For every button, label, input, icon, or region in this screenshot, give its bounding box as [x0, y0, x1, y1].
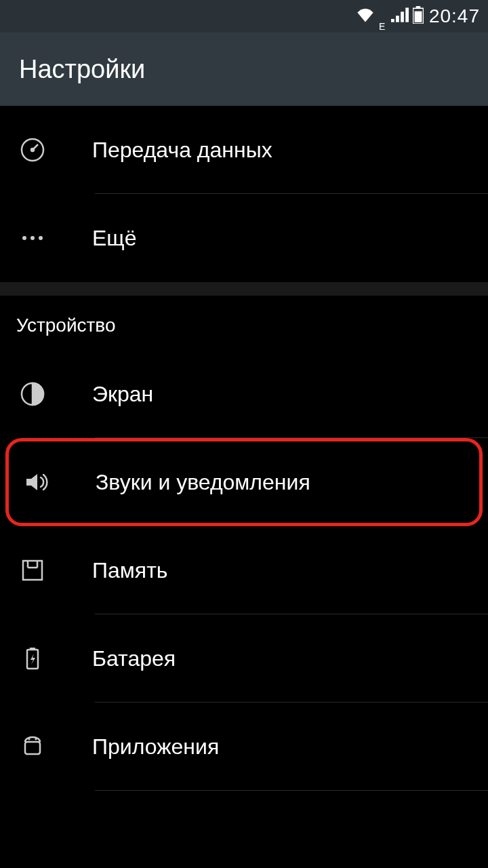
svg-rect-0	[391, 19, 394, 22]
settings-label: Батарея	[68, 646, 469, 671]
data-usage-icon	[19, 136, 68, 163]
svg-rect-2	[401, 12, 404, 22]
svg-rect-19	[30, 648, 35, 650]
section-header-device: Устройство	[0, 296, 488, 350]
svg-rect-14	[23, 561, 42, 580]
svg-rect-20	[25, 742, 40, 754]
settings-item-display[interactable]: Экран	[0, 350, 488, 438]
page-title: Настройки	[19, 55, 145, 84]
svg-point-10	[22, 236, 26, 240]
settings-item-sound[interactable]: Звуки и уведомления	[5, 438, 483, 526]
status-time: 20:47	[429, 5, 480, 27]
svg-rect-1	[396, 16, 399, 22]
battery-icon	[19, 645, 68, 672]
svg-point-9	[31, 149, 34, 151]
settings-label: Память	[68, 558, 469, 583]
settings-list: Передача данных Ещё Устройство Экран	[0, 106, 488, 791]
settings-item-storage[interactable]: Память	[0, 526, 488, 614]
wifi-icon	[356, 7, 375, 25]
svg-point-12	[39, 236, 43, 240]
divider	[95, 790, 488, 791]
svg-point-11	[30, 236, 35, 240]
app-bar: Настройки	[0, 33, 488, 106]
signal-icon	[391, 7, 409, 25]
settings-label: Экран	[68, 382, 469, 407]
svg-rect-3	[405, 7, 409, 22]
sound-icon	[22, 469, 71, 496]
svg-point-21	[28, 738, 30, 741]
settings-label: Ещё	[68, 226, 469, 251]
more-icon	[19, 224, 68, 252]
settings-label: Звуки и уведомления	[71, 470, 466, 495]
settings-item-battery[interactable]: Батарея	[0, 614, 488, 703]
settings-item-data-usage[interactable]: Передача данных	[0, 106, 488, 194]
display-icon	[19, 380, 68, 408]
apps-icon	[19, 733, 68, 760]
settings-item-more[interactable]: Ещё	[0, 194, 488, 282]
settings-item-apps[interactable]: Приложения	[0, 703, 488, 791]
storage-icon	[19, 557, 68, 584]
battery-icon	[413, 6, 424, 26]
settings-label: Приложения	[68, 734, 469, 760]
svg-point-22	[35, 738, 37, 741]
section-divider	[0, 282, 488, 296]
settings-label: Передача данных	[68, 138, 469, 163]
status-icons: E	[356, 6, 424, 26]
status-bar: E 20:47	[0, 0, 488, 33]
svg-rect-6	[415, 12, 422, 22]
